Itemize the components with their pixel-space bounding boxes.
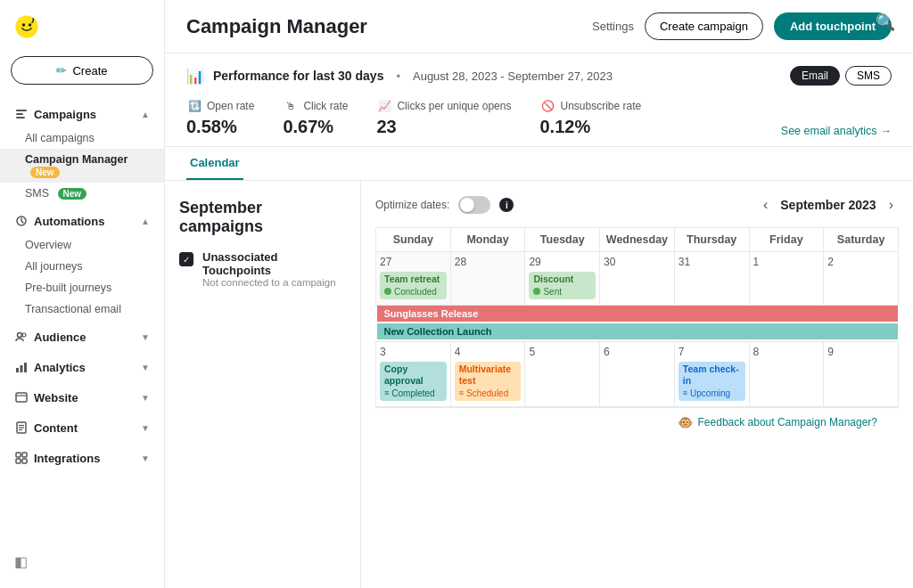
day-27[interactable]: 27 Team retreat Concluded bbox=[376, 252, 451, 306]
metrics-row: 🔃 Open rate 0.58% 🖱 Click rate 0.67% 📈 C… bbox=[186, 98, 892, 137]
col-sunday: Sunday bbox=[376, 228, 451, 252]
website-icon bbox=[14, 390, 29, 404]
day-29[interactable]: 29 Discount Sent bbox=[525, 252, 600, 306]
content-chevron: ▼ bbox=[141, 423, 150, 433]
day-1[interactable]: 1 bbox=[749, 252, 824, 306]
bar-chart-icon: 📊 bbox=[186, 68, 204, 85]
integrations-label: Integrations bbox=[34, 452, 100, 465]
create-campaign-button[interactable]: Create campaign bbox=[645, 12, 763, 40]
list-icon-3: ≡ bbox=[683, 388, 687, 399]
content-label: Content bbox=[34, 421, 78, 435]
day-5[interactable]: 5 bbox=[525, 341, 600, 406]
col-monday: Monday bbox=[450, 228, 525, 252]
svg-rect-5 bbox=[16, 117, 25, 118]
day-3[interactable]: 3 Copy approval ≡ Completed bbox=[376, 341, 451, 406]
performance-tabs: Email SMS bbox=[790, 66, 892, 86]
calendar-table: Sunday Monday Tuesday Wednesday Thursday… bbox=[375, 227, 899, 407]
analytics-nav-parent[interactable]: Analytics ▼ bbox=[0, 354, 164, 380]
open-rate-value: 0.58% bbox=[186, 117, 254, 137]
day-28[interactable]: 28 bbox=[450, 252, 525, 306]
sidebar-item-all-journeys[interactable]: All journeys bbox=[0, 256, 164, 277]
svg-point-1 bbox=[22, 23, 26, 27]
create-button[interactable]: ✏ Create bbox=[11, 56, 153, 85]
day-2[interactable]: 2 bbox=[824, 252, 899, 306]
calendar-nav-arrows: ‹ September 2023 › bbox=[758, 195, 899, 215]
event-team-checkin[interactable]: Team check-in ≡ Upcoming bbox=[679, 362, 745, 401]
sidebar-item-prebuilt-journeys[interactable]: Pre-built journeys bbox=[0, 277, 164, 298]
sidebar-item-transactional-email[interactable]: Transactional email bbox=[0, 298, 164, 320]
audience-nav-parent[interactable]: Audience ▼ bbox=[0, 323, 164, 350]
prev-month-button[interactable]: ‹ bbox=[758, 195, 773, 215]
feedback-bar[interactable]: 🐵 Feedback about Campaign Manager? bbox=[375, 407, 899, 437]
performance-bar: 📊 Performance for last 30 days • August … bbox=[165, 53, 913, 147]
sidebar-item-all-campaigns[interactable]: All campaigns bbox=[0, 127, 164, 149]
email-tab[interactable]: Email bbox=[790, 66, 840, 86]
analytics-section: Analytics ▼ bbox=[0, 352, 164, 382]
clicks-unique-value: 23 bbox=[376, 117, 511, 137]
info-icon[interactable]: i bbox=[499, 198, 514, 212]
unsubscribe-value: 0.12% bbox=[539, 117, 641, 137]
unassociated-checkbox[interactable]: ✓ bbox=[179, 252, 193, 266]
logo bbox=[0, 11, 164, 56]
audience-section: Audience ▼ bbox=[0, 322, 164, 352]
event-sent-dot bbox=[533, 288, 540, 295]
top-bar: Campaign Manager Settings Create campaig… bbox=[165, 0, 913, 53]
sms-tab[interactable]: SMS bbox=[845, 66, 892, 86]
day-7[interactable]: 7 Team check-in ≡ Upcoming bbox=[674, 341, 749, 406]
table-row: 3 Copy approval ≡ Completed 4 bbox=[376, 341, 899, 406]
svg-rect-20 bbox=[16, 459, 21, 463]
main-content: 🔍 Campaign Manager Settings Create campa… bbox=[165, 0, 913, 588]
event-team-retreat[interactable]: Team retreat Concluded bbox=[380, 272, 447, 299]
list-icon: ≡ bbox=[384, 388, 389, 399]
collapse-sidebar-button[interactable]: ◧ bbox=[14, 553, 28, 570]
content-section: Content ▼ bbox=[0, 412, 164, 443]
tab-calendar[interactable]: Calendar bbox=[186, 147, 243, 180]
campaigns-nav-parent[interactable]: Campaigns ▲ bbox=[0, 101, 164, 127]
event-sunglasses-release[interactable]: Sunglasses Release bbox=[377, 306, 898, 322]
event-discount[interactable]: Discount Sent bbox=[529, 272, 596, 299]
see-analytics-link[interactable]: See email analytics → bbox=[781, 125, 892, 137]
analytics-icon bbox=[14, 360, 29, 374]
sidebar-item-overview[interactable]: Overview bbox=[0, 234, 164, 256]
sidebar-item-campaign-manager[interactable]: Campaign Manager New bbox=[0, 149, 164, 183]
add-touchpoint-button[interactable]: Add touchpoint bbox=[774, 12, 892, 40]
sidebar-item-sms[interactable]: SMS New bbox=[0, 183, 164, 204]
svg-rect-19 bbox=[22, 453, 27, 457]
calendar-grid-area: Optimize dates: i ‹ September 2023 › Sun… bbox=[361, 181, 913, 588]
website-nav-parent[interactable]: Website ▼ bbox=[0, 384, 164, 411]
optimize-toggle[interactable] bbox=[458, 196, 490, 214]
search-icon[interactable]: 🔍 bbox=[876, 12, 895, 32]
performance-header: 📊 Performance for last 30 days • August … bbox=[186, 66, 892, 86]
next-month-button[interactable]: › bbox=[884, 195, 899, 215]
integrations-chevron: ▼ bbox=[141, 453, 150, 463]
automations-nav-parent[interactable]: Automations ▲ bbox=[0, 208, 164, 234]
click-rate-value: 0.67% bbox=[283, 117, 348, 137]
day-6[interactable]: 6 bbox=[600, 341, 675, 406]
day-30[interactable]: 30 bbox=[600, 252, 675, 306]
svg-rect-3 bbox=[16, 110, 27, 111]
event-new-collection[interactable]: New Collection Launch bbox=[377, 323, 898, 339]
campaign-manager-badge: New bbox=[30, 167, 60, 178]
event-multivariate-test[interactable]: Multivariate test ≡ Scheduled bbox=[455, 362, 522, 401]
integrations-nav-parent[interactable]: Integrations ▼ bbox=[0, 445, 164, 471]
unsubscribe-icon: 🚫 bbox=[539, 98, 555, 114]
analytics-label: Analytics bbox=[34, 361, 86, 374]
audience-chevron: ▼ bbox=[141, 332, 150, 342]
unsubscribe-rate-metric: 🚫 Unsubscribe rate 0.12% bbox=[539, 98, 670, 137]
day-4[interactable]: 4 Multivariate test ≡ Scheduled bbox=[450, 341, 525, 406]
event-copy-approval[interactable]: Copy approval ≡ Completed bbox=[380, 362, 447, 401]
svg-rect-18 bbox=[16, 453, 21, 457]
sidebar: ✏ Create Campaigns ▲ All campaigns Campa… bbox=[0, 0, 165, 588]
svg-rect-11 bbox=[24, 363, 27, 372]
settings-link[interactable]: Settings bbox=[592, 20, 634, 33]
campaigns-chevron: ▲ bbox=[141, 110, 150, 119]
day-31[interactable]: 31 bbox=[674, 252, 749, 306]
svg-rect-9 bbox=[16, 368, 19, 372]
content-nav-parent[interactable]: Content ▼ bbox=[0, 414, 164, 441]
day-9[interactable]: 9 bbox=[824, 341, 899, 406]
performance-title: Performance for last 30 days bbox=[213, 69, 383, 83]
campaigns-icon bbox=[14, 107, 29, 121]
calendar-tabs: Calendar bbox=[165, 147, 913, 181]
day-8[interactable]: 8 bbox=[749, 341, 824, 406]
month-label: September 2023 bbox=[780, 198, 876, 212]
